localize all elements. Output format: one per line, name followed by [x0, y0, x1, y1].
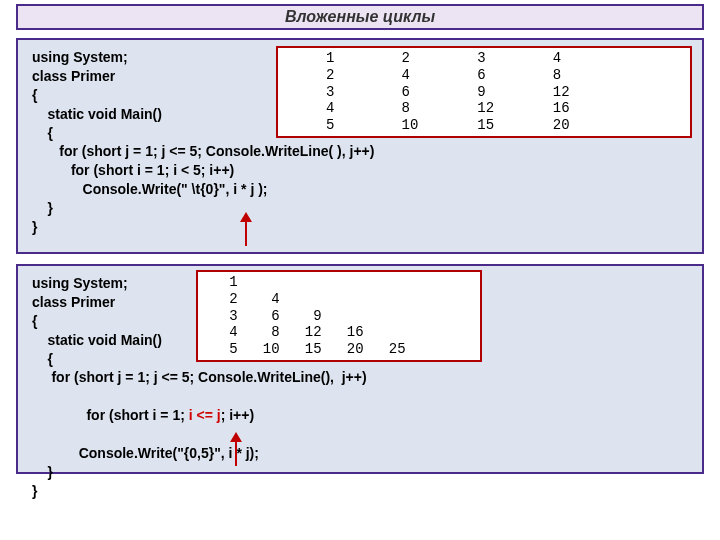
code-line-inner-for: for (short i = 1; i <= j; i++)	[32, 387, 688, 444]
output-row: 2 4	[204, 291, 474, 308]
output-row: 1	[204, 274, 474, 291]
output-row: 3 6 9 12	[284, 84, 684, 101]
code-line: for (short j = 1; j <= 5; Console.WriteL…	[32, 142, 688, 161]
code-line: for (short i = 1; i < 5; i++)	[32, 161, 688, 180]
title-bar: Вложенные циклы	[16, 4, 704, 30]
code-line: }	[32, 463, 688, 482]
code-block-2: using System;class Primer{ static void M…	[16, 264, 704, 474]
code-line: }	[32, 218, 688, 237]
output-box-1: 1 2 3 4 2 4 6 8 3 6 9 12 4 8 12 16 5 10 …	[276, 46, 692, 138]
output-box-2: 1 2 4 3 6 9 4 8 12 16 5 10 15 20 25	[196, 270, 482, 362]
code-line: for (short j = 1; j <= 5; Console.WriteL…	[32, 368, 688, 387]
output-row: 5 10 15 20	[284, 117, 684, 134]
code-line: Console.Write(" \t{0}", i * j );	[32, 180, 688, 199]
output-row: 4 8 12 16	[204, 324, 474, 341]
output-row: 3 6 9	[204, 308, 474, 325]
code-block-1: using System;class Primer{ static void M…	[16, 38, 704, 254]
page-title: Вложенные циклы	[285, 8, 435, 25]
output-row: 1 2 3 4	[284, 50, 684, 67]
code-line: }	[32, 482, 688, 501]
code-line: }	[32, 199, 688, 218]
output-row: 4 8 12 16	[284, 100, 684, 117]
output-row: 2 4 6 8	[284, 67, 684, 84]
code-line: Console.Write("{0,5}", i * j);	[32, 444, 688, 463]
output-row: 5 10 15 20 25	[204, 341, 474, 358]
code-listing-2-after: Console.Write("{0,5}", i * j); }}	[32, 444, 688, 501]
loop-condition-highlight: i <= j	[189, 407, 221, 423]
